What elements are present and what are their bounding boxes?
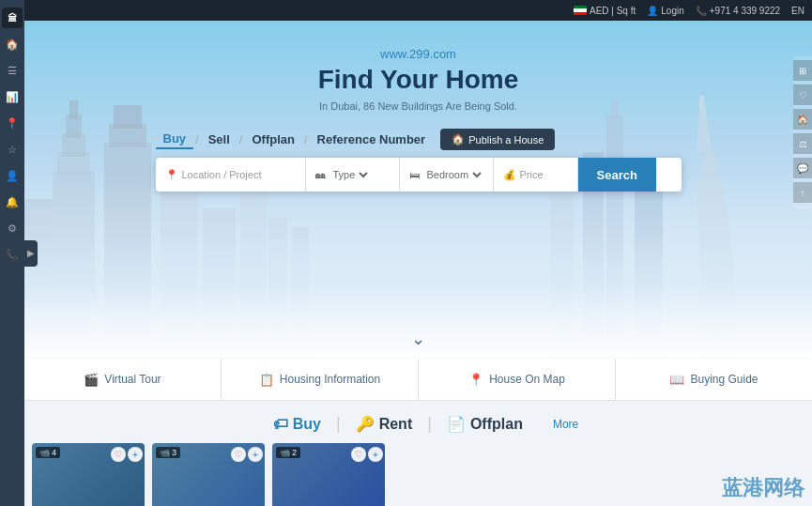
book-icon: 📖 — [669, 373, 684, 387]
tab-reference[interactable]: Reference Number — [310, 130, 434, 148]
ptab-rent[interactable]: 🔑 Rent — [341, 415, 428, 433]
sidebar-bell-icon[interactable]: 🔔 — [2, 192, 23, 212]
card-1-plus[interactable]: + — [128, 447, 143, 462]
bedroom-select[interactable]: Bedroom — [423, 168, 484, 181]
house-map-label: House On Map — [489, 373, 565, 386]
type-select[interactable]: Type — [329, 168, 371, 181]
key-icon: 🔑 — [356, 415, 375, 433]
right-grid-icon[interactable]: ⊞ — [793, 60, 812, 81]
card-2-heart[interactable]: ♡ — [231, 447, 246, 462]
plan-icon: 📄 — [447, 415, 466, 433]
doc-icon: 📋 — [259, 373, 274, 387]
tab-offplan[interactable]: Offplan — [244, 130, 302, 148]
quick-links-bar: 🎬 Virtual Tour 📋 Housing Information 📍 H… — [24, 359, 812, 401]
left-sidebar: 🏛 🏠 ☰ 📊 📍 ☆ 👤 🔔 ⚙ 📞 — [0, 0, 24, 506]
hero-content: www.299.com Find Your Home In Dubai, 86 … — [156, 47, 682, 192]
tag-icon: 🏷 — [273, 416, 288, 433]
card-2[interactable]: 📹3 ♡ + — [152, 443, 265, 506]
topbar: AED | Sq ft 👤 Login 📞 +971 4 339 9222 EN — [24, 0, 812, 21]
tab-sell[interactable]: Sell — [201, 130, 237, 148]
right-compare-icon[interactable]: ⚖ — [793, 133, 812, 154]
flag-icon — [574, 6, 587, 15]
buying-guide-link[interactable]: 📖 Buying Guide — [616, 359, 812, 400]
language-selector[interactable]: EN — [791, 6, 804, 16]
search-bar: 📍 Location / Project 🏘 Type 🛏 Bedroom 💰 … — [156, 158, 682, 192]
card-3-badge: 📹2 — [276, 447, 300, 458]
cards-row: 📹4 ♡ + 📹3 ♡ + 📹2 ♡ + — [24, 443, 812, 506]
card-1[interactable]: 📹4 ♡ + — [32, 443, 145, 506]
publish-button[interactable]: 🏠 Publish a House — [440, 129, 555, 150]
tab-buy[interactable]: Buy — [156, 130, 194, 149]
right-home-icon[interactable]: 🏠 — [793, 109, 812, 130]
sidebar-chart-icon[interactable]: 📊 — [2, 86, 23, 107]
more-link[interactable]: More — [553, 418, 578, 431]
virtual-tour-label: Virtual Tour — [104, 373, 161, 386]
ptab-buy[interactable]: 🏷 Buy — [258, 416, 336, 433]
buy-tab-label: Buy — [293, 416, 321, 433]
sidebar-phone-icon[interactable]: 📞 — [2, 244, 23, 265]
search-tabs: Buy / Sell / Offplan / Reference Number … — [156, 129, 682, 150]
card-1-badge: 📹4 — [36, 447, 60, 458]
sidebar-star-icon[interactable]: ☆ — [2, 139, 23, 160]
sidebar-user-icon[interactable]: 👤 — [2, 165, 23, 186]
buying-guide-label: Buying Guide — [690, 373, 758, 386]
card-1-heart[interactable]: ♡ — [111, 447, 126, 462]
right-sidebar: ⊞ ♡ 🏠 ⚖ 💬 ↑ — [793, 56, 812, 208]
sidebar-home-icon[interactable]: 🏠 — [2, 34, 23, 54]
right-up-icon[interactable]: ↑ — [793, 182, 812, 203]
rent-tab-label: Rent — [379, 416, 413, 433]
video-icon: 🎬 — [84, 373, 99, 387]
currency-selector[interactable]: AED | Sq ft — [574, 6, 636, 16]
hero-title: Find Your Home — [156, 65, 682, 95]
phone-icon: 📞 — [696, 6, 707, 16]
right-heart-icon[interactable]: ♡ — [793, 84, 812, 105]
offplan-tab-label: Offplan — [470, 416, 523, 433]
location-field[interactable]: 📍 Location / Project — [156, 158, 306, 192]
search-button[interactable]: Search — [578, 158, 656, 192]
hero-subtitle: In Dubai, 86 New Buildings Are Being Sol… — [156, 100, 682, 112]
scroll-indicator[interactable]: ⌄ — [411, 329, 425, 349]
svg-rect-11 — [69, 100, 78, 119]
price-icon: 💰 — [503, 169, 516, 181]
property-tabs: 🏷 Buy | 🔑 Rent | 📄 Offplan More — [24, 401, 812, 443]
sidebar-settings-icon[interactable]: ⚙ — [2, 218, 23, 238]
svg-rect-14 — [114, 105, 142, 129]
hero-url: www.299.com — [156, 47, 682, 61]
logo-icon[interactable]: 🏛 — [2, 8, 23, 28]
user-icon: 👤 — [647, 6, 658, 16]
property-tabs-area: 🏷 Buy | 🔑 Rent | 📄 Offplan More 📹4 ♡ + 📹… — [24, 401, 812, 506]
house-map-link[interactable]: 📍 House On Map — [419, 359, 616, 400]
svg-rect-6 — [699, 96, 703, 110]
housing-info-label: Housing Information — [280, 373, 380, 386]
type-field[interactable]: 🏘 Type — [306, 158, 400, 192]
card-3-heart[interactable]: ♡ — [351, 447, 366, 462]
sidebar-list-icon[interactable]: ☰ — [2, 60, 23, 81]
housing-info-link[interactable]: 📋 Housing Information — [222, 359, 419, 400]
card-3[interactable]: 📹2 ♡ + — [272, 443, 385, 506]
location-icon: 📍 — [165, 169, 178, 181]
hero-section: www.299.com Find Your Home In Dubai, 86 … — [24, 21, 812, 359]
ptab-offplan[interactable]: 📄 Offplan — [432, 415, 538, 433]
watermark: 蓝港网络 — [714, 470, 812, 506]
currency-label: AED | Sq ft — [590, 6, 636, 16]
card-2-badge: 📹3 — [156, 447, 180, 458]
price-field[interactable]: 💰 Price — [494, 158, 578, 192]
virtual-tour-link[interactable]: 🎬 Virtual Tour — [24, 359, 222, 400]
card-2-plus[interactable]: + — [248, 447, 263, 462]
type-icon: 🏘 — [315, 169, 326, 180]
login-btn[interactable]: 👤 Login — [647, 6, 683, 16]
phone-label[interactable]: 📞 +971 4 339 9222 — [696, 6, 780, 16]
map-icon: 📍 — [468, 373, 483, 387]
home-icon: 🏠 — [452, 133, 465, 146]
card-3-plus[interactable]: + — [368, 447, 383, 462]
bed-icon: 🛏 — [409, 169, 420, 180]
bedroom-field[interactable]: 🛏 Bedroom — [400, 158, 494, 192]
sidebar-location-icon[interactable]: 📍 — [2, 113, 23, 133]
right-chat-icon[interactable]: 💬 — [793, 158, 812, 178]
sidebar-toggle[interactable]: ▶ — [24, 240, 38, 267]
